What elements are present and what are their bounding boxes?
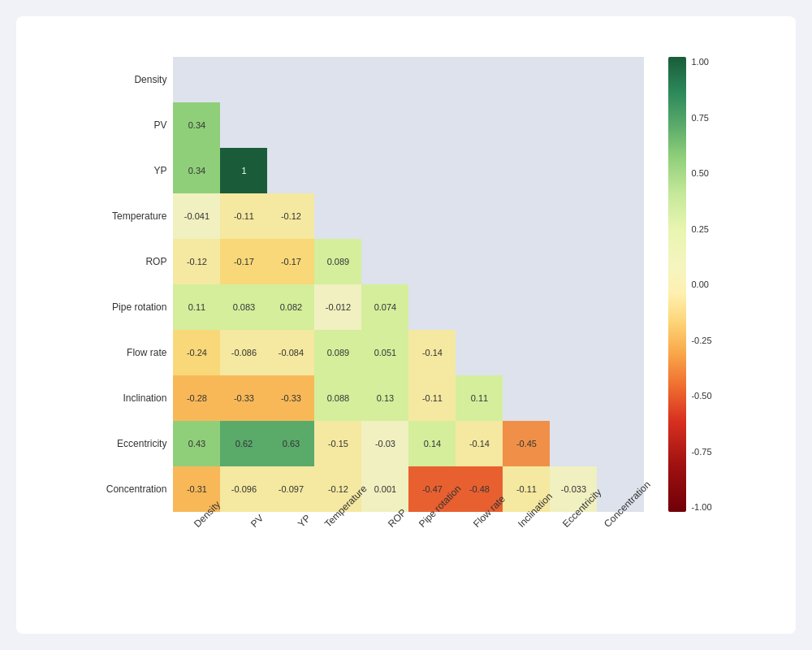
matrix-row: Inclination-0.28-0.33-0.330.0880.13-0.11…	[100, 375, 644, 421]
matrix-cell	[550, 239, 597, 284]
matrix-row: Concentration-0.31-0.096-0.097-0.120.001…	[100, 466, 644, 512]
row-label: YP	[100, 165, 173, 176]
colorbar-ticks: 1.000.750.500.250.00-0.25-0.50-0.75-1.00	[686, 57, 711, 512]
matrix-cell	[220, 102, 267, 148]
matrix-cell: 0.11	[456, 375, 503, 421]
colorbar	[668, 57, 686, 512]
matrix-cell	[503, 193, 550, 239]
matrix-cell	[597, 284, 644, 330]
matrix-cell	[597, 421, 644, 466]
matrix-cell	[597, 330, 644, 375]
matrix-cell	[408, 284, 456, 330]
matrix-cell	[408, 148, 456, 193]
matrix-cell	[314, 193, 361, 239]
matrix-grid-row: 0.110.0830.082-0.0120.074	[173, 284, 644, 330]
matrix-cell	[550, 148, 597, 193]
colorbar-tick: 1.00	[691, 57, 711, 67]
matrix-cell: 0.11	[173, 284, 220, 330]
matrix-grid-row	[173, 57, 644, 102]
matrix-cell	[408, 193, 456, 239]
matrix-cell	[361, 148, 408, 193]
matrix-cell	[550, 57, 597, 102]
matrix-cell	[456, 284, 503, 330]
col-label-wrapper: ROP	[361, 515, 408, 580]
matrix-cell: 0.001	[361, 466, 408, 512]
matrix-row: Temperature-0.041-0.11-0.12	[100, 193, 644, 239]
matrix-row: PV0.34	[100, 102, 644, 148]
matrix-cell: 0.63	[267, 421, 314, 466]
matrix-cell	[550, 193, 597, 239]
row-label: Temperature	[100, 210, 173, 222]
matrix-with-labels: DensityPV0.34YP0.341Temperature-0.041-0.…	[100, 57, 644, 580]
matrix-cell: 0.074	[361, 284, 408, 330]
colorbar-tick: 0.25	[691, 224, 711, 234]
matrix-cell	[503, 239, 550, 284]
matrix-cell: -0.012	[314, 284, 361, 330]
col-label-wrapper: YP	[267, 515, 314, 580]
matrix-cell: 0.34	[173, 102, 220, 148]
matrix-cell: -0.12	[267, 193, 314, 239]
row-label: ROP	[100, 256, 173, 267]
matrix-cell: -0.14	[456, 421, 503, 466]
matrix-cell	[550, 284, 597, 330]
matrix-cell	[173, 57, 220, 102]
matrix-cell	[220, 57, 267, 102]
row-label: Concentration	[100, 483, 173, 495]
matrix-cell	[361, 57, 408, 102]
matrix-cell	[361, 193, 408, 239]
matrix-cell	[314, 148, 361, 193]
matrix-row: ROP-0.12-0.17-0.170.089	[100, 239, 644, 284]
matrix-cell	[597, 57, 644, 102]
matrix-cell: -0.24	[173, 330, 220, 375]
matrix-cell: -0.17	[267, 239, 314, 284]
matrix-cell	[550, 421, 597, 466]
matrix-cell	[456, 57, 503, 102]
col-label-wrapper: Temperature	[314, 515, 361, 580]
matrix-cell: -0.11	[408, 375, 456, 421]
col-label-wrapper: Pipe rotation	[408, 515, 456, 580]
matrix-row: Density	[100, 57, 644, 102]
matrix-cell: 1	[220, 148, 267, 193]
matrix-cell	[503, 102, 550, 148]
matrix-cell: -0.33	[267, 375, 314, 421]
row-label: Density	[100, 74, 173, 85]
matrix-cell	[597, 102, 644, 148]
colorbar-tick: -0.75	[691, 447, 711, 457]
matrix-grid-row: -0.24-0.086-0.0840.0890.051-0.14	[173, 330, 644, 375]
col-label-wrapper: PV	[220, 515, 267, 580]
matrix-cell	[597, 148, 644, 193]
matrix-cell	[597, 375, 644, 421]
matrix-area: DensityPV0.34YP0.341Temperature-0.041-0.…	[100, 57, 711, 580]
matrix-cell: -0.041	[173, 193, 220, 239]
matrix-row: Eccentricity0.430.620.63-0.15-0.030.14-0…	[100, 421, 644, 466]
matrix-cell: -0.03	[361, 421, 408, 466]
matrix-cell	[361, 239, 408, 284]
col-label-wrapper: Eccentricity	[550, 515, 597, 580]
matrix-cell: -0.11	[220, 193, 267, 239]
matrix-cell	[408, 57, 456, 102]
matrix-cell: 0.13	[361, 375, 408, 421]
matrix-cell	[597, 193, 644, 239]
matrix-cell	[314, 57, 361, 102]
matrix-cell: 0.088	[314, 375, 361, 421]
row-label: Pipe rotation	[100, 301, 173, 313]
matrix-cell	[314, 102, 361, 148]
row-label: Inclination	[100, 392, 173, 404]
matrix-cell	[503, 148, 550, 193]
matrix-cell: -0.33	[220, 375, 267, 421]
matrix-cell: 0.34	[173, 148, 220, 193]
matrix-grid-row: -0.31-0.096-0.097-0.120.001-0.47-0.48-0.…	[173, 466, 644, 512]
colorbar-tick: 0.75	[691, 113, 711, 123]
matrix-cell: -0.28	[173, 375, 220, 421]
colorbar-tick: 0.50	[691, 168, 711, 178]
matrix-cell	[550, 330, 597, 375]
matrix-row: YP0.341	[100, 148, 644, 193]
matrix-cell: -0.084	[267, 330, 314, 375]
matrix-cell: -0.086	[220, 330, 267, 375]
matrix-cell	[550, 102, 597, 148]
matrix-cell: -0.097	[267, 466, 314, 512]
matrix-cell: -0.17	[220, 239, 267, 284]
matrix-cell: 0.14	[408, 421, 456, 466]
colorbar-container: 1.000.750.500.250.00-0.25-0.50-0.75-1.00	[668, 57, 711, 512]
col-label: YP	[296, 513, 313, 530]
